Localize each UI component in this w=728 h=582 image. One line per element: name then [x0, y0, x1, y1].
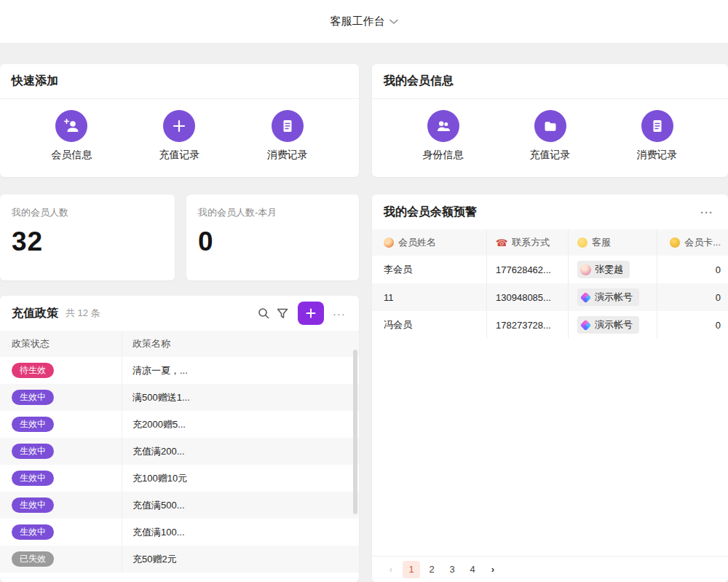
- action-label: 会员信息: [51, 149, 92, 162]
- stat-label: 我的会员人数-本月: [198, 206, 347, 219]
- member-name: 11: [372, 283, 487, 311]
- policy-name: 充100赠10元: [122, 472, 359, 485]
- policy-row[interactable]: 生效中 充2000赠5...: [0, 411, 359, 438]
- add-policy-button[interactable]: [298, 302, 324, 325]
- column-label: 客服: [592, 236, 611, 249]
- policy-row[interactable]: 待生效 清凉一夏，...: [0, 357, 359, 384]
- policy-row[interactable]: 生效中 充值满200...: [0, 438, 359, 465]
- more-icon[interactable]: ···: [697, 206, 716, 219]
- status-badge: 待生效: [12, 363, 54, 378]
- chevron-down-icon[interactable]: [389, 19, 398, 25]
- column-label: 会员姓名: [398, 236, 436, 249]
- avatar: [580, 291, 592, 303]
- member-face-icon: [384, 237, 394, 248]
- phone-icon: ☎: [496, 238, 507, 248]
- quick-add-recharge-record[interactable]: 充值记录: [159, 110, 199, 162]
- service-name: 演示帐号: [595, 318, 633, 331]
- column-header-member-name: 会员姓名: [372, 229, 487, 256]
- status-badge: 生效中: [12, 498, 54, 513]
- recharge-policy-card: 充值政策 共 12 条 ··· 政策状态 政策名称 待生效 清凉一夏，...: [0, 296, 359, 582]
- policy-row[interactable]: 生效中 满500赠送1...: [0, 384, 359, 411]
- member-info-actions: 身份信息 充值记录 消费记录: [372, 99, 728, 162]
- policy-row[interactable]: 生效中 充100赠10元: [0, 465, 359, 492]
- avatar: [580, 319, 592, 331]
- status-badge: 生效中: [12, 417, 54, 432]
- balance-table-body: 李会员 177628462... 张雯越 0 11 130948085... 演…: [372, 256, 728, 339]
- policy-count: 共 12 条: [66, 307, 254, 320]
- member-row[interactable]: 李会员 177628462... 张雯越 0: [372, 256, 728, 283]
- status-badge: 生效中: [12, 524, 54, 540]
- member-card-value: 0: [657, 256, 728, 283]
- balance-warning-card: 我的会员余额预警 ··· 会员姓名 ☎ 联系方式 客服 会员卡... 李会员 1…: [372, 194, 728, 582]
- member-contact: 130948085...: [487, 283, 569, 311]
- policy-row[interactable]: 生效中 充值满500...: [0, 492, 359, 519]
- column-header-contact: ☎ 联系方式: [487, 229, 569, 256]
- page-button-4[interactable]: 4: [464, 561, 481, 578]
- pagination: ‹ 1 2 3 4 ›: [372, 556, 728, 582]
- member-add-icon: [55, 110, 87, 142]
- member-service: 演示帐号: [569, 311, 657, 339]
- smile-face-icon: [577, 237, 587, 248]
- member-contact: 178273728...: [487, 311, 569, 339]
- status-badge: 生效中: [12, 444, 54, 459]
- policy-row[interactable]: 已失效 充50赠2元: [0, 546, 359, 573]
- quick-add-card: 快速添加 会员信息 充值记录: [0, 64, 359, 177]
- policy-name: 清凉一夏，...: [122, 364, 359, 377]
- quick-add-member-info[interactable]: 会员信息: [51, 110, 92, 162]
- people-icon: [427, 110, 459, 142]
- page-button-2[interactable]: 2: [423, 561, 440, 578]
- service-pill: 张雯越: [577, 261, 630, 278]
- column-header-name: 政策名称: [122, 337, 359, 350]
- quick-add-consume-record[interactable]: 消费记录: [267, 110, 308, 162]
- money-bag-icon: [670, 237, 680, 248]
- stat-value: 0: [198, 227, 347, 257]
- member-contact: 177628462...: [487, 256, 569, 283]
- policy-row[interactable]: 生效中 充值满100...: [0, 519, 359, 546]
- policy-table-body: 待生效 清凉一夏，... 生效中 满500赠送1... 生效中 充2000赠5.…: [0, 357, 359, 573]
- member-row[interactable]: 11 130948085... 演示帐号 0: [372, 283, 728, 311]
- member-card-value: 0: [657, 283, 728, 311]
- column-header-member-card: 会员卡...: [657, 229, 728, 256]
- service-name: 演示帐号: [595, 291, 633, 304]
- page-button-3[interactable]: 3: [443, 561, 461, 578]
- member-row[interactable]: 冯会员 178273728... 演示帐号 0: [372, 311, 728, 339]
- column-label: 会员卡...: [684, 236, 721, 249]
- vertical-scrollbar[interactable]: [353, 350, 357, 514]
- policy-name: 充值满200...: [122, 445, 359, 458]
- next-page-button[interactable]: ›: [484, 561, 502, 578]
- column-label: 联系方式: [512, 236, 550, 249]
- policy-name: 充2000赠5...: [122, 418, 359, 431]
- stat-card-member-count-month: 我的会员人数-本月 0: [186, 194, 359, 280]
- status-badge: 生效中: [12, 390, 54, 405]
- member-service: 张雯越: [569, 256, 657, 283]
- service-pill: 演示帐号: [577, 316, 639, 334]
- action-label: 充值记录: [530, 149, 571, 162]
- member-consume-record[interactable]: 消费记录: [637, 110, 678, 162]
- action-label: 身份信息: [423, 149, 464, 162]
- stat-label: 我的会员人数: [12, 206, 163, 219]
- policy-table-header: 政策状态 政策名称: [0, 331, 359, 357]
- policy-name: 充值满100...: [122, 526, 359, 539]
- quick-add-actions: 会员信息 充值记录 消费记录: [0, 99, 359, 162]
- policy-name: 满500赠送1...: [122, 391, 359, 404]
- receipt-icon: [641, 110, 673, 142]
- top-header: 客服工作台: [0, 0, 728, 44]
- member-recharge-record[interactable]: 充值记录: [530, 110, 571, 162]
- search-icon[interactable]: [254, 304, 273, 323]
- workspace-title[interactable]: 客服工作台: [331, 15, 385, 28]
- stat-value: 32: [12, 227, 163, 257]
- status-badge: 已失效: [12, 551, 54, 567]
- filter-icon[interactable]: [273, 304, 292, 323]
- balance-card-header: 我的会员余额预警 ···: [372, 194, 728, 229]
- member-identity-info[interactable]: 身份信息: [423, 110, 464, 162]
- column-header-service: 客服: [569, 229, 657, 256]
- member-service: 演示帐号: [569, 283, 657, 311]
- service-pill: 演示帐号: [577, 288, 639, 306]
- page-button-1[interactable]: 1: [403, 561, 420, 578]
- prev-page-button[interactable]: ‹: [382, 561, 400, 578]
- member-name: 李会员: [372, 256, 487, 283]
- quick-add-title: 快速添加: [0, 64, 359, 99]
- status-badge: 生效中: [12, 471, 54, 486]
- more-icon[interactable]: ···: [330, 307, 349, 320]
- plus-circle-icon: [163, 110, 195, 142]
